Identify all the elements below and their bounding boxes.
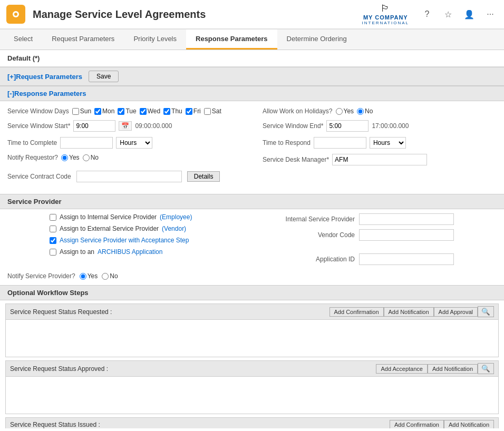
radio-notify-yes[interactable] bbox=[61, 154, 68, 161]
radio-notify-no[interactable] bbox=[83, 154, 90, 161]
label-tue: Tue bbox=[125, 107, 136, 115]
checkbox-wed[interactable] bbox=[140, 108, 147, 115]
search-button-requested[interactable]: 🔍 bbox=[478, 306, 494, 317]
service-window-end-label: Service Window End* bbox=[263, 122, 323, 130]
application-id-input[interactable] bbox=[359, 253, 454, 265]
workflow-header: Optional Workflow Steps bbox=[0, 285, 504, 300]
service-window-start-time: 09:00:00.000 bbox=[135, 122, 172, 130]
label-fri: Fri bbox=[193, 107, 201, 115]
details-button[interactable]: Details bbox=[187, 171, 220, 182]
col-service-window-days: Service Window Days Sun Mon Tue bbox=[7, 107, 241, 120]
checkbox-assign-internal[interactable] bbox=[50, 214, 56, 221]
cb-assign-acceptance: Assign Service Provider with Acceptance … bbox=[50, 237, 265, 244]
favorites-icon[interactable]: ☆ bbox=[441, 7, 455, 22]
time-to-complete-input[interactable] bbox=[60, 137, 113, 149]
col-window-start: Service Window Start* 📅 09:00:00.000 bbox=[7, 120, 241, 137]
col-notify-requestor: Notify Requestor? Yes No bbox=[7, 154, 241, 171]
workflow-section-issued-header: Service Request Status Issued : Add Conf… bbox=[6, 418, 498, 428]
time-to-complete-label: Time to Complete bbox=[7, 139, 57, 146]
btn-add-notification-requested[interactable]: Add Notification bbox=[384, 307, 434, 317]
col-time-respond: Time to Respond Hours Days Minutes bbox=[241, 137, 497, 154]
checkbox-sat[interactable] bbox=[204, 108, 211, 115]
col-allow-holidays: Allow Work on Holidays? Yes No bbox=[241, 107, 497, 120]
day-tue: Tue bbox=[118, 107, 136, 115]
notify-requestor-row: Notify Requestor? Yes No bbox=[7, 154, 241, 161]
btn-add-acceptance-approved[interactable]: Add Acceptance bbox=[376, 364, 428, 374]
checkbox-assign-acceptance[interactable] bbox=[50, 237, 56, 244]
more-icon[interactable]: ··· bbox=[483, 7, 498, 22]
service-contract-code-input[interactable] bbox=[76, 171, 182, 182]
time-to-respond-label: Time to Respond bbox=[263, 139, 311, 146]
service-window-end-input[interactable] bbox=[326, 120, 369, 132]
col-window-end: Service Window End* 17:00:00.000 bbox=[241, 120, 497, 137]
help-icon[interactable]: ? bbox=[420, 7, 434, 22]
user-icon[interactable]: 👤 bbox=[462, 7, 477, 22]
company-flag: 🏳 bbox=[381, 3, 390, 14]
checkbox-mon[interactable] bbox=[94, 108, 101, 115]
notify-requestor-label: Notify Requestor? bbox=[7, 154, 58, 161]
cb-assign-archibus-link[interactable]: ARCHIBUS Application bbox=[98, 248, 162, 256]
btn-add-approval-requested[interactable]: Add Approval bbox=[434, 307, 478, 317]
checkbox-sun[interactable] bbox=[72, 108, 79, 115]
tab-response-parameters[interactable]: Response Parameters bbox=[186, 30, 277, 50]
cb-assign-external-label: Assign to External Service Provider bbox=[60, 225, 159, 232]
cb-assign-internal: Assign to Internal Service Provider (Emp… bbox=[50, 213, 265, 221]
internal-sp-input[interactable] bbox=[359, 213, 454, 225]
checkbox-tue[interactable] bbox=[118, 108, 124, 115]
sp-checkboxes: Assign to Internal Service Provider (Emp… bbox=[7, 213, 265, 256]
checkbox-assign-archibus[interactable] bbox=[50, 249, 56, 256]
request-params-toggle[interactable]: [+]Request Parameters bbox=[7, 73, 82, 81]
notify-yes-item: Yes bbox=[61, 154, 80, 161]
col-service-desk-manager: Service Desk Manager* bbox=[241, 154, 497, 171]
breadcrumb: Default (*) bbox=[0, 50, 504, 67]
radio-holidays-no[interactable] bbox=[357, 108, 364, 115]
service-window-end-time: 17:00:00.000 bbox=[372, 122, 409, 130]
radio-holidays-yes[interactable] bbox=[336, 108, 343, 115]
time-to-complete-unit-select[interactable]: Hours Days Minutes bbox=[116, 137, 152, 149]
time-to-respond-input[interactable] bbox=[314, 137, 366, 149]
service-desk-manager-input[interactable] bbox=[332, 154, 427, 165]
notify-yes-label: Yes bbox=[69, 154, 80, 161]
time-to-respond-unit-select[interactable]: Hours Days Minutes bbox=[370, 137, 406, 149]
response-params-toggle[interactable]: [-]Response Parameters bbox=[7, 90, 86, 97]
workflow-section-approved: Service Request Status Approved : Add Ac… bbox=[5, 360, 499, 414]
tab-priority-levels[interactable]: Priority Levels bbox=[124, 30, 186, 50]
save-button[interactable]: Save bbox=[89, 71, 119, 82]
service-provider-content: Assign to Internal Service Provider (Emp… bbox=[0, 209, 504, 269]
calendar-icon[interactable]: 📅 bbox=[119, 121, 132, 131]
radio-yes-label: Yes bbox=[344, 107, 354, 115]
tab-select[interactable]: Select bbox=[4, 30, 42, 50]
row-service-window-days: Service Window Days Sun Mon Tue bbox=[7, 107, 497, 120]
cb-assign-external-link[interactable]: (Vendor) bbox=[162, 225, 186, 232]
checkbox-fri[interactable] bbox=[186, 108, 192, 115]
sp-fields: Internal Service Provider Vendor Code Ap… bbox=[265, 213, 497, 265]
radio-notify-sp-no[interactable] bbox=[102, 273, 109, 280]
search-button-approved[interactable]: 🔍 bbox=[478, 363, 494, 374]
cb-assign-internal-link[interactable]: (Employee) bbox=[160, 213, 192, 221]
internal-sp-row: Internal Service Provider bbox=[281, 213, 497, 225]
service-desk-manager-label: Service Desk Manager* bbox=[263, 156, 329, 163]
response-params-content: Service Window Days Sun Mon Tue bbox=[0, 101, 504, 194]
radio-notify-sp-yes[interactable] bbox=[80, 273, 86, 280]
btn-add-notification-issued[interactable]: Add Notification bbox=[444, 420, 494, 428]
notify-sp-row: Notify Service Provider? Yes No bbox=[0, 269, 504, 285]
service-contract-code-label: Service Contract Code bbox=[7, 173, 71, 180]
time-to-complete-row: Time to Complete Hours Days Minutes bbox=[7, 137, 241, 149]
cb-assign-acceptance-link[interactable]: Assign Service Provider with Acceptance … bbox=[60, 237, 189, 244]
checkbox-thu[interactable] bbox=[163, 108, 170, 115]
allow-holidays-no-item: No bbox=[357, 107, 373, 115]
vendor-code-input[interactable] bbox=[359, 229, 454, 241]
checkbox-assign-external[interactable] bbox=[50, 226, 56, 232]
btn-add-notification-approved[interactable]: Add Notification bbox=[428, 364, 478, 374]
tab-request-parameters[interactable]: Request Parameters bbox=[42, 30, 124, 50]
workflow-issued-label: Service Request Status Issued : bbox=[10, 421, 100, 428]
row-times: Time to Complete Hours Days Minutes Time… bbox=[7, 137, 497, 154]
service-window-start-input[interactable] bbox=[73, 120, 115, 132]
btn-add-confirmation-requested[interactable]: Add Confirmation bbox=[329, 307, 384, 317]
label-thu: Thu bbox=[171, 107, 182, 115]
workflow-requested-actions: Add ConfirmationAdd NotificationAdd Appr… bbox=[329, 306, 494, 317]
notify-sp-label: Notify Service Provider? bbox=[7, 272, 75, 280]
tab-determine-ordering[interactable]: Determine Ordering bbox=[277, 30, 356, 50]
btn-add-confirmation-issued[interactable]: Add Confirmation bbox=[390, 420, 444, 428]
notify-no-item: No bbox=[83, 154, 99, 161]
